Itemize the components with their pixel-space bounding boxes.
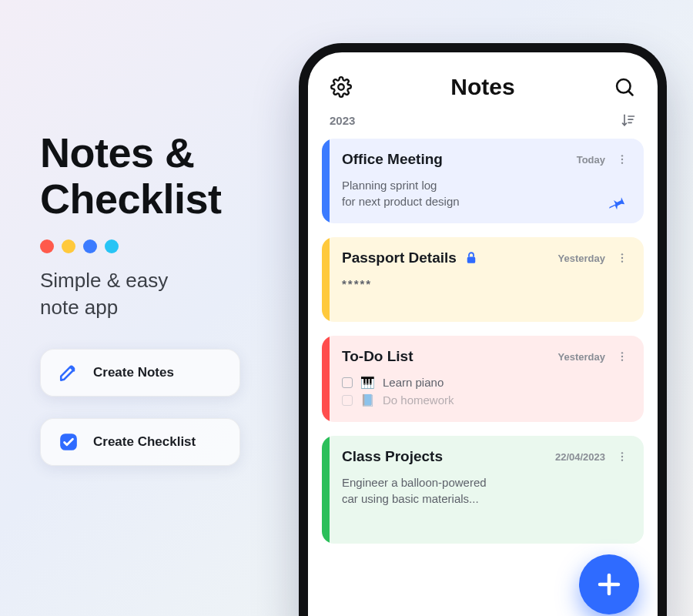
sub-bar: 2023 xyxy=(308,108,658,139)
more-vertical-icon xyxy=(616,255,628,266)
lock-icon xyxy=(464,251,478,265)
note-date: Yesterday xyxy=(558,351,605,363)
search-icon xyxy=(614,76,635,98)
svg-point-19 xyxy=(621,459,623,460)
note-body: ***** xyxy=(342,276,630,292)
svg-point-11 xyxy=(621,253,623,255)
svg-point-1 xyxy=(338,84,343,89)
dot-blue xyxy=(83,239,97,253)
dot-yellow xyxy=(62,239,75,253)
svg-rect-10 xyxy=(467,257,476,263)
note-more-button[interactable] xyxy=(614,153,630,166)
note-more-button[interactable] xyxy=(614,350,630,363)
year-label: 2023 xyxy=(330,114,355,127)
promo-headline: Notes & Checklist xyxy=(40,129,294,223)
svg-point-12 xyxy=(621,257,623,259)
app-bar: Notes xyxy=(308,52,658,108)
svg-point-16 xyxy=(621,359,623,360)
note-title: To-Do List xyxy=(342,348,413,365)
color-stripe xyxy=(322,237,330,322)
note-date: 22/04/2023 xyxy=(555,451,605,463)
color-dots xyxy=(40,239,294,253)
note-card[interactable]: Office Meeting Today Planning sprint log… xyxy=(322,139,644,223)
emoji-icon: 🎹 xyxy=(360,374,375,390)
svg-point-9 xyxy=(621,162,623,163)
note-date: Yesterday xyxy=(558,253,605,264)
note-body: Planning sprint log for next product des… xyxy=(342,177,630,209)
checkbox-icon[interactable] xyxy=(342,377,353,388)
checkbox-icon xyxy=(58,431,79,453)
note-card[interactable]: Class Projects 22/04/2023 Engineer a bal… xyxy=(322,436,644,544)
add-note-fab[interactable] xyxy=(579,554,639,614)
search-button[interactable] xyxy=(611,74,638,100)
color-stripe xyxy=(322,139,330,223)
note-body: 🎹 Learn piano 📘 Do homework xyxy=(342,374,630,408)
note-title: Passport Details xyxy=(342,249,457,266)
phone-frame: Notes 2023 Office Meeting xyxy=(299,43,667,616)
svg-point-13 xyxy=(621,260,623,262)
checklist-item[interactable]: 📘 Do homework xyxy=(342,392,630,408)
more-vertical-icon xyxy=(616,454,628,465)
more-vertical-icon xyxy=(616,156,628,168)
more-vertical-icon xyxy=(616,353,628,365)
pencil-icon xyxy=(58,362,79,383)
note-date: Today xyxy=(577,154,605,166)
create-checklist-label: Create Checklist xyxy=(93,434,196,450)
note-title: Office Meeting xyxy=(342,151,443,168)
svg-point-8 xyxy=(621,159,623,160)
svg-point-18 xyxy=(621,456,623,457)
promo-tagline: Simple & easy note app xyxy=(40,267,294,321)
color-stripe xyxy=(322,436,330,544)
emoji-icon: 📘 xyxy=(360,392,375,408)
pin-icon xyxy=(608,194,627,213)
promo-panel: Notes & Checklist Simple & easy note app… xyxy=(40,129,294,466)
note-more-button[interactable] xyxy=(614,252,630,264)
sort-icon xyxy=(621,117,636,130)
dot-red xyxy=(40,239,54,253)
svg-point-15 xyxy=(621,356,623,357)
plus-icon xyxy=(595,571,623,598)
settings-button[interactable] xyxy=(328,74,354,100)
svg-point-14 xyxy=(621,352,623,353)
headline-line2: Checklist xyxy=(40,176,222,222)
svg-point-17 xyxy=(621,452,623,454)
checkbox-icon[interactable] xyxy=(342,395,353,406)
svg-point-7 xyxy=(621,155,623,156)
note-body: Engineer a balloon-powered car using bas… xyxy=(342,474,630,507)
app-title: Notes xyxy=(450,74,514,100)
gear-icon xyxy=(330,76,352,98)
sort-button[interactable] xyxy=(621,112,636,128)
notes-list: Office Meeting Today Planning sprint log… xyxy=(308,139,658,544)
color-stripe xyxy=(322,336,330,422)
checklist-item[interactable]: 🎹 Learn piano xyxy=(342,374,630,390)
note-title: Class Projects xyxy=(342,448,443,465)
headline-line1: Notes & xyxy=(40,129,195,176)
note-card[interactable]: Passport Details Yesterday *** xyxy=(322,237,644,322)
note-card[interactable]: To-Do List Yesterday 🎹 Lea xyxy=(322,336,644,422)
create-notes-button[interactable]: Create Notes xyxy=(40,349,240,397)
create-notes-label: Create Notes xyxy=(93,365,174,380)
note-more-button[interactable] xyxy=(614,450,630,463)
create-checklist-button[interactable]: Create Checklist xyxy=(40,418,240,466)
svg-line-3 xyxy=(628,91,632,95)
dot-cyan xyxy=(105,239,119,253)
